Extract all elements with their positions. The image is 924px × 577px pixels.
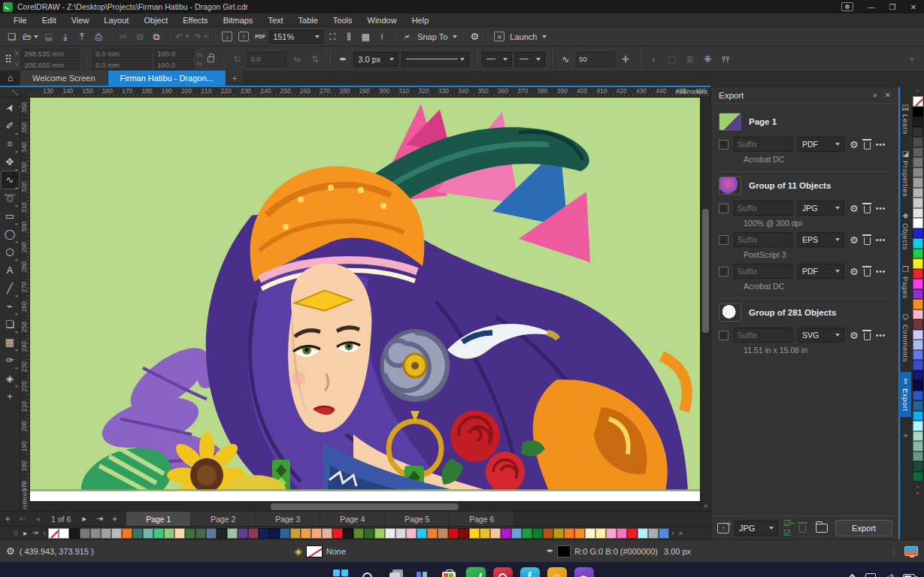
right-palette-swatch-33[interactable]	[913, 431, 923, 442]
scale-y-field[interactable]: 100.0	[154, 60, 193, 70]
suffix-input[interactable]	[734, 264, 792, 279]
new-document-button[interactable]: ❏	[5, 29, 20, 44]
bottom-palette-swatch-36[interactable]	[427, 528, 438, 539]
ruler-origin-icon[interactable]: ⤡	[0, 87, 30, 98]
right-palette-swatch-0[interactable]	[913, 96, 923, 107]
save-button[interactable]: ⬓	[41, 29, 56, 44]
bottom-palette-swatch-47[interactable]	[543, 528, 553, 539]
text-wrap-button[interactable]: ≣	[682, 52, 697, 67]
bottom-palette-swatch-41[interactable]	[480, 528, 490, 539]
drop-shadow-tool[interactable]: ❏	[2, 316, 19, 333]
show-rulers-button[interactable]: ⫼	[341, 29, 356, 44]
delete-format-icon[interactable]	[864, 237, 871, 245]
right-palette-swatch-8[interactable]	[913, 177, 923, 188]
bottom-palette-swatch-3[interactable]	[80, 528, 90, 539]
right-palette-swatch-20[interactable]	[913, 299, 923, 310]
object-height-field[interactable]: 0.0 mm	[92, 60, 151, 70]
font-manager-app[interactable]: ✒	[574, 567, 594, 577]
right-palette-swatch-30[interactable]	[913, 400, 923, 411]
dock-close-button[interactable]: ✕	[885, 91, 891, 99]
palette-expand-button[interactable]: »	[677, 529, 686, 537]
bottom-palette-swatch-11[interactable]	[164, 528, 174, 539]
right-palette-swatch-23[interactable]	[913, 330, 923, 340]
bottom-palette-swatch-14[interactable]	[195, 528, 206, 539]
crop-tool[interactable]: ⌗	[2, 135, 19, 153]
copy-button[interactable]: ⧉	[132, 29, 147, 44]
bottom-palette-swatch-53[interactable]	[606, 528, 617, 539]
right-palette-swatch-14[interactable]	[913, 238, 923, 249]
bottom-palette-swatch-31[interactable]	[374, 528, 385, 539]
menu-help[interactable]: Help	[404, 14, 437, 26]
cut-button[interactable]: ✂	[116, 29, 131, 44]
text-tool[interactable]: A	[2, 261, 19, 279]
right-palette-swatch-18[interactable]	[913, 279, 923, 289]
print-button[interactable]: ⎙	[91, 29, 106, 44]
artistic-media-tool[interactable]: ➰	[2, 189, 19, 207]
right-palette-swatch-32[interactable]	[913, 421, 923, 431]
format-combo[interactable]: EPS	[798, 232, 844, 247]
bottom-palette-swatch-22[interactable]	[280, 528, 290, 539]
facebook-app[interactable]: f	[520, 567, 540, 577]
maximize-button[interactable]: ❐	[882, 0, 903, 14]
bottom-palette-swatch-58[interactable]	[659, 528, 669, 539]
right-palette-swatch-29[interactable]	[913, 391, 923, 401]
export-button[interactable]: ↑	[236, 29, 251, 44]
rectangle-tool[interactable]: ▭	[2, 207, 19, 225]
export-settings-gear-icon[interactable]: ⚙	[850, 266, 859, 277]
new-document-tab-button[interactable]: ＋	[226, 71, 243, 86]
object-y-field[interactable]: 205.655 mm	[21, 60, 80, 70]
add-tool[interactable]: +	[2, 388, 19, 405]
bottom-palette-swatch-21[interactable]	[269, 528, 280, 539]
launch-icon[interactable]: ≡	[492, 29, 507, 44]
mirror-vertical-button[interactable]: ⇅	[307, 52, 323, 67]
open-button[interactable]: 🗁	[21, 29, 40, 44]
bottom-palette-swatch-6[interactable]	[111, 528, 122, 539]
right-palette-swatch-11[interactable]	[913, 208, 923, 219]
bottom-palette-swatch-35[interactable]	[417, 528, 427, 539]
right-palette-swatch-27[interactable]	[913, 370, 923, 381]
more-options-icon[interactable]: •••	[876, 236, 886, 244]
bottom-palette-swatch-15[interactable]	[206, 528, 217, 539]
menu-edit[interactable]: Edit	[35, 14, 64, 26]
bottom-palette-swatch-5[interactable]	[101, 528, 111, 539]
right-palette-swatch-4[interactable]	[913, 137, 923, 147]
right-palette-expand[interactable]: »	[916, 489, 919, 497]
snap-off-icon[interactable]: 🗲	[399, 29, 414, 44]
bottom-palette-swatch-50[interactable]	[574, 528, 585, 539]
footer-format-combo[interactable]: JPG	[735, 521, 778, 536]
dimension-tool[interactable]: ╱	[2, 279, 19, 297]
shape-tool[interactable]: ✐	[2, 117, 19, 134]
bottom-palette-swatch-42[interactable]	[490, 528, 501, 539]
smoothing-field[interactable]: 50	[576, 52, 615, 67]
object-width-field[interactable]: 0.0 mm	[92, 49, 151, 59]
right-palette-swatch-17[interactable]	[913, 269, 923, 279]
bottom-palette-swatch-43[interactable]	[501, 528, 511, 539]
menu-file[interactable]: File	[6, 14, 35, 26]
bottom-palette-swatch-55[interactable]	[627, 528, 638, 539]
bottom-palette-swatch-12[interactable]	[174, 528, 185, 539]
bottom-palette-swatch-20[interactable]	[259, 528, 269, 539]
right-palette-swatch-16[interactable]	[913, 258, 923, 269]
propbar-more-button[interactable]: ＋	[904, 52, 919, 67]
bottom-palette-swatch-27[interactable]	[332, 528, 343, 539]
bottom-palette-swatch-4[interactable]	[90, 528, 101, 539]
photo-paint-app[interactable]	[493, 567, 513, 577]
bottom-palette-swatch-16[interactable]	[217, 528, 227, 539]
close-curve-button[interactable]: ◗	[646, 52, 661, 67]
start-arrowhead-combo[interactable]	[482, 52, 512, 67]
more-options-icon[interactable]: •••	[876, 204, 886, 213]
export-row-checkbox[interactable]	[719, 140, 729, 150]
bottom-palette-swatch-44[interactable]	[511, 528, 522, 539]
bottom-palette-swatch-57[interactable]	[648, 528, 659, 539]
palette-drag-handle[interactable]: ⣿	[14, 530, 19, 536]
full-screen-preview-button[interactable]: ⛶	[325, 29, 340, 44]
options-gear-button[interactable]: ⚙	[467, 29, 482, 44]
page-tab-2[interactable]: Page 2	[191, 512, 256, 526]
end-arrowhead-combo[interactable]	[515, 52, 545, 67]
bottom-palette-swatch-34[interactable]	[406, 528, 417, 539]
right-palette-swatch-31[interactable]	[913, 411, 923, 421]
polygon-tool[interactable]: ⬡	[2, 243, 19, 261]
minimize-button[interactable]: —	[861, 0, 882, 14]
vertical-scrollbar-thumb[interactable]	[702, 209, 709, 333]
object-x-field[interactable]: 298.535 mm	[21, 49, 80, 59]
